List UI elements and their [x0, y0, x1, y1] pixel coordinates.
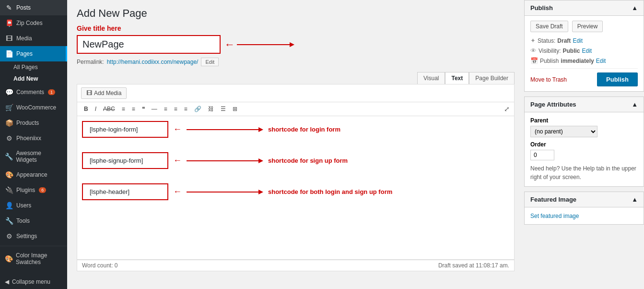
page-attributes-header: Page Attributes ▲ [525, 97, 644, 112]
toolbar-strikethrough-button[interactable]: ABC [100, 104, 118, 114]
toolbar-italic-button[interactable]: I [92, 104, 99, 114]
shortcode-header: [lsphe-header] [82, 183, 168, 200]
editor-statusbar: Word count: 0 Draft saved at 11:08:17 am… [77, 260, 515, 271]
edit-status-link[interactable]: Edit [573, 37, 583, 44]
arrow-line-3 [187, 187, 263, 197]
publish-collapse-icon: ▲ [632, 4, 638, 12]
toolbar-table-button[interactable]: ⊞ [230, 104, 240, 114]
sidebar-item-awesome-widgets[interactable]: 🔧 Awesome Widgets [0, 146, 67, 167]
tools-icon: 🔧 [5, 217, 13, 225]
comments-icon: 💬 [5, 88, 13, 96]
settings-icon: ⚙ [5, 232, 13, 240]
sidebar-item-media[interactable]: 🎞 Media [0, 31, 67, 46]
main-content: Add New Page Give title here ← Permalink… [67, 0, 644, 289]
sidebar-item-appearance[interactable]: 🎨 Appearance [0, 167, 67, 182]
parent-select[interactable]: (no parent) [530, 126, 597, 137]
sidebar-item-label: Awesome Widgets [16, 150, 62, 163]
sidebar-item-pages[interactable]: 📄 Pages [0, 46, 67, 61]
publish-time-row: 📅 Publish immediately Edit [530, 57, 638, 64]
color-swatches-icon: 🎨 [5, 255, 13, 263]
word-count: Word count: 0 [82, 262, 117, 269]
arrow-icon-1: ← [173, 124, 182, 134]
svg-marker-3 [258, 127, 263, 132]
sidebar-item-label: Products [16, 120, 39, 126]
sidebar-item-phoeniixx[interactable]: ⚙ Phoeniixx [0, 131, 67, 146]
shortcode-annotation-2: shortcode for sign up form [268, 157, 348, 164]
save-draft-button[interactable]: Save Draft [530, 21, 568, 32]
media-icon: 🎞 [5, 35, 13, 42]
sidebar-item-products[interactable]: 📦 Products [0, 115, 67, 131]
toolbar-ul-button[interactable]: ≡ [119, 104, 128, 114]
sidebar-item-woocommerce[interactable]: 🛒 WooCommerce [0, 100, 67, 115]
pages-icon: 📄 [5, 50, 13, 58]
featured-image-title: Featured Image [530, 196, 576, 203]
page-heading: Add New Page [77, 7, 515, 20]
publish-panel-header: Publish ▲ [525, 0, 644, 16]
status-icon: ✦ [530, 37, 536, 44]
move-to-trash-link[interactable]: Move to Trash [530, 76, 567, 83]
toolbar-insert-button[interactable]: ☰ [218, 104, 229, 114]
sidebar-sub-add-new[interactable]: Add New [0, 73, 67, 84]
shortcode-annotation-1: shortcode for login form [268, 126, 340, 133]
edit-publish-time-link[interactable]: Edit [596, 58, 606, 64]
sidebar-item-zipcodes[interactable]: 📮 Zip Codes [0, 15, 67, 31]
publish-time-value: immediately [561, 58, 594, 64]
woocommerce-icon: 🛒 [5, 104, 13, 111]
sidebar-item-label: WooCommerce [16, 104, 56, 111]
toolbar-expand-button[interactable]: ⤢ [503, 105, 510, 113]
shortcode-block-signup: [lsphe-signup-form] ← shortcode for sign… [82, 152, 509, 169]
shortcode-block-login: [lsphe-login-form] ← shortcode for login… [82, 121, 509, 138]
help-text: Need help? Use the Help tab in the upper… [530, 164, 638, 181]
toolbar-align-left-button[interactable]: ≡ [161, 104, 170, 114]
featured-image-collapse-icon: ▲ [632, 196, 638, 203]
editor-content[interactable]: [lsphe-login-form] ← shortcode for login… [77, 116, 515, 260]
visibility-label: Visibility: [539, 48, 561, 54]
order-input[interactable] [530, 150, 554, 160]
publish-panel-body: Save Draft Preview ✦ Status: Draft Edit … [525, 16, 644, 91]
editor-area: Add New Page Give title here ← Permalink… [67, 0, 524, 289]
permalink-url[interactable]: http://hemani.codiixx.com/newpage/ [107, 59, 199, 65]
publish-action-row: Move to Trash Publish [530, 68, 638, 86]
publish-panel-title: Publish [530, 4, 553, 12]
title-annotation-wrap: Give title here [77, 24, 515, 32]
sidebar-item-label: Users [16, 202, 31, 209]
publish-time-label: Publish [540, 58, 559, 64]
sidebar-item-label: Media [16, 35, 32, 42]
edit-visibility-link[interactable]: Edit [582, 48, 592, 54]
shortcode-block-header: [lsphe-header] ← shortcode for both logi… [82, 183, 509, 200]
preview-button[interactable]: Preview [572, 21, 603, 32]
sidebar-item-plugins[interactable]: 🔌 Plugins 6 [0, 182, 67, 198]
order-row: Order [530, 141, 638, 160]
toolbar-blockquote-button[interactable]: ❝ [139, 104, 148, 114]
title-annotation: Give title here [77, 24, 121, 32]
sidebar-item-posts[interactable]: ✎ Posts [0, 0, 67, 15]
tab-page-builder[interactable]: Page Builder [469, 72, 515, 84]
toolbar-link-button[interactable]: 🔗 [191, 104, 204, 114]
sidebar-item-users[interactable]: 👤 Users [0, 198, 67, 213]
sidebar-item-color-image-swatches[interactable]: 🎨 Color Image Swatches [0, 248, 67, 269]
sidebar-item-label: Comments [16, 89, 44, 96]
publish-button[interactable]: Publish [597, 72, 638, 86]
toolbar-bold-button[interactable]: B [81, 104, 91, 114]
tab-visual[interactable]: Visual [417, 72, 445, 84]
toolbar-unlink-button[interactable]: ⛓ [205, 104, 217, 114]
set-featured-image-link[interactable]: Set featured image [530, 213, 579, 219]
sidebar-item-comments[interactable]: 💬 Comments 1 [0, 84, 67, 100]
parent-label: Parent [530, 117, 638, 124]
arrow-icon-2: ← [173, 156, 182, 166]
add-media-button[interactable]: 🎞 Add Media [81, 87, 127, 99]
toolbar-hr-button[interactable]: — [149, 104, 160, 114]
sidebar-item-tools[interactable]: 🔧 Tools [0, 213, 67, 229]
toolbar-align-right-button[interactable]: ≡ [181, 104, 190, 114]
collapse-menu-button[interactable]: ◀ Collapse menu [0, 275, 67, 289]
shortcode-signup-form: [lsphe-signup-form] [82, 152, 168, 169]
toolbar-align-center-button[interactable]: ≡ [171, 104, 180, 114]
sidebar-item-settings[interactable]: ⚙ Settings [0, 229, 67, 244]
sidebar-item-label: Color Image Swatches [16, 252, 62, 265]
permalink-edit-button[interactable]: Edit [201, 58, 219, 66]
tab-text[interactable]: Text [445, 72, 469, 84]
page-title-input[interactable] [77, 35, 221, 54]
appearance-icon: 🎨 [5, 171, 13, 179]
toolbar-ol-button[interactable]: ≡ [129, 104, 138, 114]
sidebar-sub-all-pages[interactable]: All Pages [0, 61, 67, 73]
